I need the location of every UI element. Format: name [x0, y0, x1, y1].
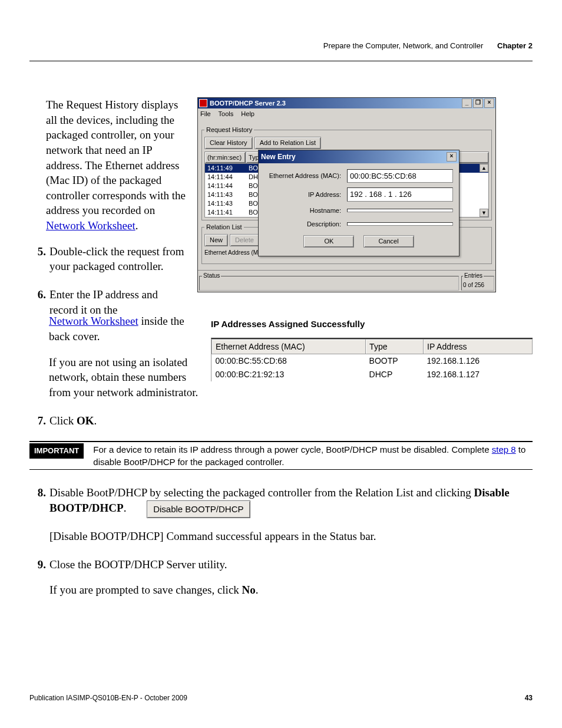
description-input[interactable]	[347, 222, 453, 226]
disable-bootp-dhcp-button[interactable]: Disable BOOTP/DHCP	[147, 500, 250, 518]
publication-info: Publication IASIMP-QS010B-EN-P - October…	[29, 694, 187, 702]
step-8-link[interactable]: step 8	[492, 444, 516, 454]
intro-paragraph: The Request History displays all the dev…	[46, 97, 189, 233]
hostname-input[interactable]	[347, 209, 453, 212]
chapter-label: Chapter 2	[497, 41, 533, 50]
hostname-label: Hostname:	[265, 206, 347, 215]
step-7: 7. Click OK.	[29, 413, 533, 429]
ip-input[interactable]: 192 . 168 . 1 . 126	[347, 187, 453, 202]
step-9: 9. Close the BOOTP/DHCP Server utility. …	[29, 557, 533, 598]
callout-rule-top	[29, 441, 533, 442]
dialog-title: New Entry	[261, 152, 296, 162]
scroll-down-button[interactable]: ▼	[480, 209, 488, 217]
ip-assigned-table: Ethernet Address (MAC) Type IP Address 0…	[211, 338, 533, 382]
ok-button[interactable]: OK	[303, 235, 354, 248]
app-icon	[199, 99, 207, 107]
step-6-cont: Network Worksheet inside the back cover.	[49, 314, 205, 344]
window-titlebar[interactable]: BOOTP/DHCP Server 2.3 _ ❐ ×	[198, 98, 495, 108]
scroll-up-button[interactable]: ▲	[480, 164, 488, 172]
menu-help[interactable]: Help	[241, 110, 254, 117]
menu-tools[interactable]: Tools	[219, 110, 234, 117]
important-callout: IMPORTANT For a device to retain its IP …	[29, 443, 533, 468]
close-button[interactable]: ×	[484, 98, 494, 108]
ip-col-mac: Ethernet Address (MAC)	[212, 339, 366, 354]
delete-button[interactable]: Delete	[230, 234, 259, 246]
ip-assigned-heading: IP Addresses Assigned Successfully	[211, 318, 533, 330]
clear-history-button[interactable]: Clear History	[204, 137, 253, 149]
callout-rule-bottom	[29, 469, 533, 470]
minimize-button[interactable]: _	[462, 98, 472, 108]
add-to-relation-list-button[interactable]: Add to Relation List	[254, 137, 321, 149]
table-row: 00:00:BC:55:CD:68 BOOTP 192.168.1.126	[212, 354, 533, 368]
step-8: 8. Disable BootP/DHCP by selecting the p…	[29, 485, 533, 544]
section-name: Prepare the Computer, Network, and Contr…	[323, 41, 484, 50]
new-button[interactable]: New	[204, 234, 228, 246]
col-time[interactable]: (hr:min:sec)	[204, 151, 246, 164]
network-worksheet-link[interactable]: Network Worksheet	[46, 219, 135, 232]
mac-label: Ethernet Address (MAC):	[265, 172, 347, 180]
relation-list-legend: Relation List	[204, 223, 244, 232]
header-rule	[29, 61, 533, 61]
ip-col-ip: IP Address	[424, 339, 533, 354]
request-history-legend: Request History	[204, 126, 254, 134]
step-6-note: If you are not using an isolated network…	[49, 355, 205, 400]
status-box: Status	[199, 272, 459, 291]
network-worksheet-link-2[interactable]: Network Worksheet	[49, 315, 138, 327]
menu-file[interactable]: File	[200, 110, 211, 117]
bootp-server-window: BOOTP/DHCP Server 2.3 _ ❐ × File Tools H…	[197, 97, 496, 292]
table-row: 00:00:BC:21:92:13 DHCP 192.168.1.127	[212, 368, 533, 381]
new-entry-dialog: New Entry × Ethernet Address (MAC): 00:0…	[258, 150, 459, 257]
dialog-close-button[interactable]: ×	[447, 152, 457, 162]
step-5: 5. Double-click the request from your pa…	[29, 244, 189, 274]
step-9-note: If you are prompted to save changes, cli…	[49, 582, 533, 598]
window-title: BOOTP/DHCP Server 2.3	[210, 99, 286, 108]
mac-input[interactable]: 00:00:BC:55:CD:68	[347, 169, 453, 183]
entries-box: Entries 0 of 256	[461, 272, 494, 291]
description-label: Description:	[265, 220, 347, 229]
restore-button[interactable]: ❐	[473, 98, 483, 108]
ip-label: IP Address:	[265, 190, 347, 199]
cancel-button[interactable]: Cancel	[363, 235, 414, 248]
ip-col-type: Type	[366, 339, 424, 354]
important-label: IMPORTANT	[29, 443, 84, 459]
page-footer: Publication IASIMP-QS010B-EN-P - October…	[29, 694, 533, 702]
step-6: 6. Enter the IP address and record it on…	[29, 287, 189, 317]
page-number: 43	[525, 694, 533, 702]
page-content: The Request History displays all the dev…	[29, 97, 533, 598]
step-8-result: [Disable BOOTP/DHCP] Command successful …	[49, 529, 533, 544]
menu-bar: File Tools Help	[198, 108, 495, 120]
running-header: Prepare the Computer, Network, and Contr…	[323, 41, 533, 50]
request-history-group: Request History Clear History Add to Rel…	[201, 126, 492, 221]
